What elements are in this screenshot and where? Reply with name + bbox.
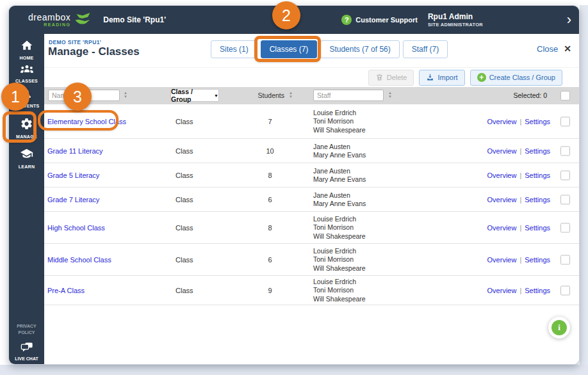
annotation-step-3: 3 xyxy=(63,83,92,111)
name-sort-icon[interactable]: ▲ ▼ xyxy=(124,92,127,99)
class-type: Class xyxy=(176,196,193,203)
staff-list: Jane AustenMary Anne Evans xyxy=(313,166,366,184)
tab-staff[interactable]: Staff (7) xyxy=(403,40,448,58)
students-column-header: Students xyxy=(249,92,284,99)
info-fab-button[interactable]: i xyxy=(548,317,570,339)
manage-tabs: Sites (1) Classes (7) Students (7 of 56)… xyxy=(211,40,448,58)
question-icon: ? xyxy=(341,15,352,25)
graduation-cap-icon xyxy=(20,147,33,163)
page: dreambox READING Demo Site 'Rpu1' ? Cust… xyxy=(0,0,588,375)
class-name-link[interactable]: Pre-A Class xyxy=(47,287,85,294)
staff-list: Louise ErdrichToni MorrisonWill Shakespe… xyxy=(313,246,366,273)
class-type: Class xyxy=(176,256,193,264)
customer-support-link[interactable]: ? Customer Support xyxy=(341,15,418,25)
row-checkbox[interactable] xyxy=(560,170,570,180)
logo-reading-label: READING xyxy=(44,22,70,27)
page-title: Manage - Classes xyxy=(48,45,140,58)
students-count: 8 xyxy=(252,224,288,232)
students-sort-icon[interactable]: ▲ ▼ xyxy=(289,92,293,99)
overview-link[interactable]: Overview xyxy=(487,224,517,232)
chevron-right-icon[interactable]: › xyxy=(567,13,571,27)
row-checkbox[interactable] xyxy=(560,116,570,126)
import-button[interactable]: Import xyxy=(419,70,464,86)
chevron-down-icon: ▼ xyxy=(214,93,218,98)
class-name-link[interactable]: Grade 7 Literacy xyxy=(47,196,99,203)
class-type: Class xyxy=(176,224,193,232)
settings-link[interactable]: Settings xyxy=(525,172,550,179)
class-name-link[interactable]: Grade 11 Literacy xyxy=(47,147,103,155)
staff-list: Jane AustenMary Anne Evans xyxy=(313,191,366,208)
selected-count: Selected: 0 xyxy=(513,92,547,99)
live-chat-button[interactable]: LIVE CHAT xyxy=(9,341,44,361)
overview-link[interactable]: Overview xyxy=(487,287,517,294)
logo-book-hand-icon xyxy=(74,12,92,29)
site-name: Demo Site 'Rpu1' xyxy=(103,15,166,24)
table-row: Grade 5 Literacy Class 8 Jane AustenMary… xyxy=(44,163,579,188)
row-checkbox[interactable] xyxy=(560,195,570,204)
class-group-dropdown[interactable]: Class / Group ▼ xyxy=(170,89,219,102)
class-name-link[interactable]: Middle School Class xyxy=(47,256,111,264)
toolbar: Delete Import + Create Class / Group xyxy=(44,67,579,87)
annotation-highlight-classes-tab xyxy=(254,36,321,62)
students-count: 6 xyxy=(252,196,288,203)
select-all-checkbox[interactable] xyxy=(560,91,570,100)
annotation-highlight-elementary-class xyxy=(38,110,118,131)
class-type: Class xyxy=(176,287,193,294)
table-header: ▲ ▼ Class / Group ▼ Students ▲ ▼ ▲ ▼ Sel… xyxy=(44,87,579,104)
overview-link[interactable]: Overview xyxy=(487,196,517,203)
tab-sites[interactable]: Sites (1) xyxy=(211,40,257,58)
sidebar-item-learn[interactable]: LEARN xyxy=(9,146,44,170)
overview-link[interactable]: Overview xyxy=(487,172,517,179)
page-background-right xyxy=(580,5,588,375)
row-checkbox[interactable] xyxy=(560,223,570,232)
settings-link[interactable]: Settings xyxy=(525,196,550,203)
settings-link[interactable]: Settings xyxy=(525,118,550,125)
sidebar-item-home[interactable]: HOME xyxy=(9,37,44,61)
row-checkbox[interactable] xyxy=(560,146,570,156)
staff-list: Louise ErdrichToni MorrisonWill Shakespe… xyxy=(313,214,366,241)
main-content: DEMO SITE 'RPU1' Manage - Classes Sites … xyxy=(44,34,579,364)
breadcrumb: DEMO SITE 'RPU1' xyxy=(49,39,101,45)
staff-filter-input[interactable] xyxy=(313,90,384,101)
class-type: Class xyxy=(176,172,193,179)
user-menu[interactable]: Rpu1 Admin SITE ADMINISTRATOR xyxy=(428,12,483,28)
students-count: 8 xyxy=(252,172,288,179)
customer-support-label: Customer Support xyxy=(355,16,418,24)
overview-link[interactable]: Overview xyxy=(487,147,517,155)
classes-people-icon xyxy=(20,64,34,77)
annotation-step-2: 2 xyxy=(272,1,300,29)
settings-link[interactable]: Settings xyxy=(525,256,550,264)
table-row: Middle School Class Class 6 Louise Erdri… xyxy=(44,244,579,276)
home-icon xyxy=(20,39,33,54)
annotation-step-1: 1 xyxy=(1,83,29,111)
row-checkbox[interactable] xyxy=(560,285,570,295)
staff-list: Louise ErdrichToni MorrisonWill Shakespe… xyxy=(313,277,366,303)
info-icon: i xyxy=(551,320,567,335)
students-count: 9 xyxy=(252,287,288,294)
close-button[interactable]: Close ✕ xyxy=(537,44,571,54)
delete-button[interactable]: Delete xyxy=(368,70,414,86)
students-count: 6 xyxy=(252,256,288,264)
class-name-link[interactable]: Grade 5 Literacy xyxy=(47,172,99,179)
tab-students[interactable]: Students (7 of 56) xyxy=(320,40,399,58)
privacy-policy-link[interactable]: PRIVACY POLICY xyxy=(9,323,44,336)
table-row: Elementary School Class Class 7 Louise E… xyxy=(44,104,579,139)
students-count: 7 xyxy=(252,118,288,125)
overview-link[interactable]: Overview xyxy=(487,118,517,125)
class-name-link[interactable]: High School Class xyxy=(47,224,105,232)
user-name: Rpu1 Admin xyxy=(428,12,483,22)
settings-link[interactable]: Settings xyxy=(525,147,550,155)
staff-sort-icon[interactable]: ▲ ▼ xyxy=(388,92,392,99)
row-checkbox[interactable] xyxy=(560,255,570,264)
import-download-icon xyxy=(426,73,434,83)
staff-list: Louise ErdrichToni MorrisonWill Shakespe… xyxy=(313,108,366,134)
plus-circle-icon: + xyxy=(477,73,486,82)
page-background-bottom xyxy=(0,365,588,375)
settings-link[interactable]: Settings xyxy=(525,287,550,294)
students-count: 10 xyxy=(252,147,288,155)
overview-link[interactable]: Overview xyxy=(487,256,517,264)
settings-link[interactable]: Settings xyxy=(525,224,550,232)
class-type: Class xyxy=(176,147,193,155)
create-class-group-button[interactable]: + Create Class / Group xyxy=(470,70,562,86)
dreambox-logo: dreambox READING xyxy=(28,12,92,29)
